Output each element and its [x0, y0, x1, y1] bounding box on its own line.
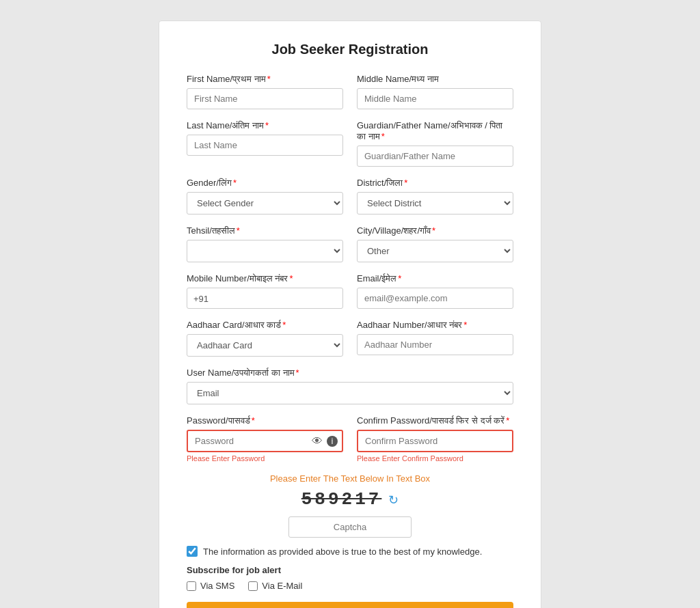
tehsil-group: Tehsil/तहसील*	[187, 225, 343, 262]
captcha-input[interactable]	[288, 516, 412, 538]
subscribe-email-checkbox[interactable]	[248, 581, 258, 591]
password-icons: 👁 i	[312, 435, 338, 447]
subscribe-sms-option: Via SMS	[187, 581, 234, 591]
tehsil-label: Tehsil/तहसील*	[187, 225, 343, 236]
registration-form: Job Seeker Registration First Name/प्रथम…	[159, 20, 541, 608]
confirm-password-label: Confirm Password/पासवर्ड फिर से दर्ज करे…	[357, 415, 513, 426]
page-title: Job Seeker Registration	[187, 42, 513, 57]
mobile-input[interactable]	[187, 288, 343, 309]
confirm-password-error: Please Enter Confirm Password	[357, 454, 513, 462]
row-mobile-email: Mobile Number/मोबाइल नंबर* +91 Email/ईमे…	[187, 273, 513, 309]
last-name-label: Last Name/अंतिम नाम*	[187, 120, 343, 131]
first-name-input[interactable]	[187, 88, 343, 109]
city-label: City/Village/शहर/गाँव*	[357, 225, 513, 236]
email-input[interactable]	[357, 288, 513, 309]
guardian-name-label: Guardian/Father Name/अभिभावक / पिता का न…	[357, 120, 513, 142]
district-select[interactable]: Select District	[357, 192, 513, 215]
username-select[interactable]: Email	[187, 382, 513, 404]
username-label: User Name/उपयोगकर्ता का नाम*	[187, 368, 513, 378]
truth-checkbox[interactable]	[187, 546, 198, 557]
guardian-name-group: Guardian/Father Name/अभिभावक / पिता का न…	[357, 120, 513, 167]
row-passwords: Password/पासवर्ड* 👁 i Please Enter Passw…	[187, 415, 513, 462]
proceed-button[interactable]: PROCEED	[187, 602, 513, 608]
captcha-input-wrapper	[187, 516, 513, 538]
row-last-guardian: Last Name/अंतिम नाम* Guardian/Father Nam…	[187, 120, 513, 167]
guardian-name-input[interactable]	[357, 146, 513, 167]
mobile-label: Mobile Number/मोबाइल नंबर*	[187, 273, 343, 284]
captcha-message: Please Enter The Text Below In Text Box	[187, 473, 513, 484]
city-group: City/Village/शहर/गाँव* Other	[357, 225, 513, 262]
subscribe-title: Subscribe for job alert	[187, 565, 513, 575]
gender-group: Gender/लिंग* Select Gender Male/पुरुष Fe…	[187, 178, 343, 215]
truth-label: The information as provided above is tru…	[203, 547, 482, 557]
subscribe-options: Via SMS Via E-Mail	[187, 581, 513, 591]
aadhaar-number-label: Aadhaar Number/आधार नंबर*	[357, 320, 513, 331]
confirm-password-group: Confirm Password/पासवर्ड फिर से दर्ज करे…	[357, 415, 513, 462]
aadhaar-number-input[interactable]	[357, 334, 513, 355]
city-select[interactable]: Other	[357, 240, 513, 262]
email-label: Email/ईमेल*	[357, 273, 513, 284]
first-name-group: First Name/प्रथम नाम*	[187, 74, 343, 109]
middle-name-label: Middle Name/मध्य नाम	[357, 74, 513, 85]
gender-select[interactable]: Select Gender Male/पुरुष Female/महिला Ot…	[187, 192, 343, 215]
first-name-label: First Name/प्रथम नाम*	[187, 74, 343, 85]
aadhaar-card-group: Aadhaar Card/आधार कार्ड* Aadhaar Card	[187, 320, 343, 357]
password-label: Password/पासवर्ड*	[187, 415, 343, 426]
confirm-password-input-wrapper	[357, 430, 513, 452]
password-input-wrapper: 👁 i	[187, 430, 343, 452]
confirm-password-input[interactable]	[357, 430, 513, 452]
subscribe-email-label: Via E-Mail	[262, 581, 302, 591]
aadhaar-card-select[interactable]: Aadhaar Card	[187, 334, 343, 357]
eye-icon[interactable]: 👁	[312, 435, 323, 447]
row-username: User Name/उपयोगकर्ता का नाम* Email	[187, 368, 513, 404]
row-tehsil-city: Tehsil/तहसील* City/Village/शहर/गाँव* Oth…	[187, 225, 513, 262]
mobile-group: Mobile Number/मोबाइल नंबर* +91	[187, 273, 343, 309]
password-group: Password/पासवर्ड* 👁 i Please Enter Passw…	[187, 415, 343, 462]
row-gender-district: Gender/लिंग* Select Gender Male/पुरुष Fe…	[187, 178, 513, 215]
row-aadhaar: Aadhaar Card/आधार कार्ड* Aadhaar Card Aa…	[187, 320, 513, 357]
captcha-code: 589217	[301, 489, 382, 510]
subscribe-sms-checkbox[interactable]	[187, 581, 196, 591]
email-group: Email/ईमेल*	[357, 273, 513, 309]
middle-name-input[interactable]	[357, 88, 513, 109]
captcha-refresh-icon[interactable]: ↻	[388, 493, 399, 508]
district-group: District/जिला* Select District	[357, 178, 513, 215]
district-label: District/जिला*	[357, 178, 513, 189]
subscribe-sms-label: Via SMS	[200, 581, 234, 591]
subscribe-email-option: Via E-Mail	[248, 581, 302, 591]
row-name: First Name/प्रथम नाम* Middle Name/मध्य न…	[187, 74, 513, 109]
aadhaar-number-group: Aadhaar Number/आधार नंबर*	[357, 320, 513, 357]
tehsil-select[interactable]	[187, 240, 343, 262]
truth-checkbox-row: The information as provided above is tru…	[187, 546, 513, 557]
mobile-input-wrapper: +91	[187, 288, 343, 309]
captcha-display: 589217 ↻	[187, 489, 513, 510]
subscribe-section: Subscribe for job alert Via SMS Via E-Ma…	[187, 565, 513, 591]
aadhaar-card-label: Aadhaar Card/आधार कार्ड*	[187, 320, 343, 331]
username-group: User Name/उपयोगकर्ता का नाम* Email	[187, 368, 513, 404]
last-name-group: Last Name/अंतिम नाम*	[187, 120, 343, 167]
gender-label: Gender/लिंग*	[187, 178, 343, 189]
info-icon[interactable]: i	[327, 436, 338, 447]
middle-name-group: Middle Name/मध्य नाम	[357, 74, 513, 109]
last-name-input[interactable]	[187, 135, 343, 156]
password-error: Please Enter Password	[187, 454, 343, 462]
captcha-section: Please Enter The Text Below In Text Box …	[187, 473, 513, 538]
